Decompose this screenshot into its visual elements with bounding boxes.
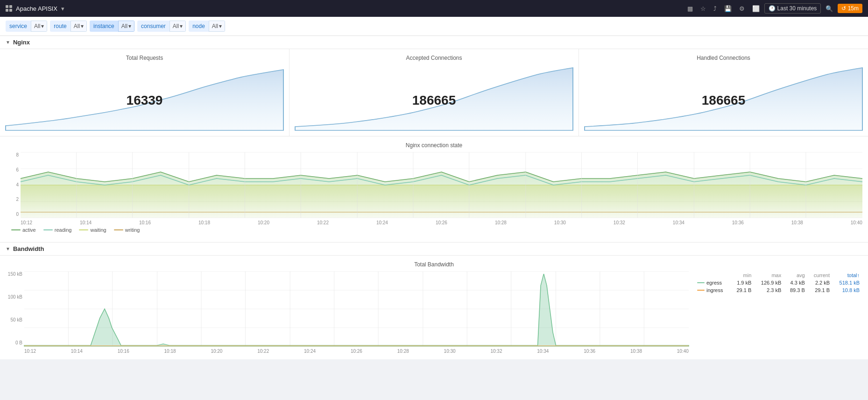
bandwidth-col-current: current — [808, 271, 833, 279]
legend-writing-dot — [114, 229, 123, 230]
filter-consumer[interactable]: consumer All ▾ — [137, 21, 186, 32]
filter-node-label: node — [189, 21, 209, 32]
legend-waiting-label: waiting — [90, 227, 106, 233]
filter-consumer-label: consumer — [137, 21, 169, 32]
filter-service[interactable]: service All ▾ — [6, 21, 47, 32]
legend-waiting: waiting — [79, 227, 106, 233]
nginx-connection-state-container: Nginx connection state 8 6 4 2 0 — [0, 136, 868, 243]
bandwidth-col-label — [694, 271, 731, 279]
app-dropdown-icon[interactable]: ▾ — [61, 5, 64, 12]
bandwidth-ingress-min: 29.1 B — [731, 286, 755, 294]
chevron-down-icon: ▾ — [180, 23, 183, 29]
legend-writing-label: writing — [125, 227, 140, 233]
clock-icon: 🕐 — [769, 5, 776, 12]
bandwidth-table: min max avg current total↑ — [694, 271, 862, 354]
legend-waiting-dot — [79, 229, 88, 230]
save-icon-btn[interactable]: 💾 — [721, 3, 734, 14]
legend-active-dot — [11, 229, 21, 230]
search-icon-btn[interactable]: 🔍 — [823, 3, 836, 14]
settings-icon-btn[interactable]: ⚙ — [736, 3, 748, 14]
total-requests-chart: 16339 — [6, 65, 283, 130]
bandwidth-chart-container: Total Bandwidth 150 kB 100 kB 50 kB 0 B — [0, 256, 868, 359]
filter-instance-value[interactable]: All ▾ — [118, 21, 134, 32]
bandwidth-x-axis: 10:12 10:14 10:16 10:18 10:20 10:22 10:2… — [24, 348, 689, 354]
filter-instance-label: instance — [90, 21, 118, 32]
bandwidth-col-min: min — [731, 271, 755, 279]
connection-state-x-axis: 10:12 10:14 10:16 10:18 10:20 10:22 10:2… — [21, 219, 862, 225]
nginx-section: ▼ Nginx Total Requests 16339 — [0, 36, 868, 243]
bandwidth-egress-max: 126.9 kB — [754, 279, 784, 286]
chevron-down-icon: ▾ — [219, 23, 222, 29]
bandwidth-egress-label: egress — [694, 279, 731, 286]
bandwidth-ingress-current: 29.1 B — [808, 286, 833, 294]
chevron-down-icon: ▾ — [81, 23, 84, 29]
star-icon-btn[interactable]: ☆ — [698, 3, 709, 14]
share-icon-btn[interactable]: ⤴ — [711, 3, 720, 14]
handled-connections-card: Handled Connections 186665 — [579, 49, 868, 136]
accepted-connections-card: Accepted Connections 186665 — [289, 49, 579, 136]
chevron-down-icon: ▾ — [128, 23, 131, 29]
nginx-connection-state-title: Nginx connection state — [6, 142, 862, 149]
legend-active: active — [11, 227, 36, 233]
time-range-label: Last 30 minutes — [777, 5, 817, 12]
bandwidth-egress-avg: 4.3 kB — [784, 279, 808, 286]
filter-service-value[interactable]: All ▾ — [31, 21, 47, 32]
connection-state-legend: active reading waiting writing — [6, 225, 862, 236]
filter-node[interactable]: node All ▾ — [189, 21, 225, 32]
total-requests-title: Total Requests — [6, 55, 283, 61]
bandwidth-content-row: 150 kB 100 kB 50 kB 0 B — [6, 271, 862, 354]
bandwidth-col-total: total↑ — [833, 271, 862, 279]
legend-writing: writing — [114, 227, 140, 233]
bandwidth-ingress-max: 2.3 kB — [754, 286, 784, 294]
legend-reading-dot — [43, 229, 53, 230]
bandwidth-section-title: Bandwidth — [13, 245, 44, 252]
filter-node-value[interactable]: All ▾ — [209, 21, 225, 32]
total-bandwidth-title: Total Bandwidth — [6, 261, 862, 268]
filter-route[interactable]: route All ▾ — [50, 21, 87, 32]
accepted-connections-value: 186665 — [412, 93, 456, 108]
refresh-icon: ↺ — [841, 5, 846, 12]
bandwidth-egress-row: egress 1.9 kB 126.9 kB 4.3 kB 2.2 kB 518… — [694, 279, 862, 286]
filter-route-label: route — [50, 21, 70, 32]
bandwidth-section: ▼ Bandwidth Total Bandwidth 150 kB 100 k… — [0, 243, 868, 359]
app-grid-icon — [6, 5, 12, 12]
top-bar: Apache APISIX ▾ ▩ ☆ ⤴ 💾 ⚙ ⬜ 🕐 Last 30 mi… — [0, 0, 868, 17]
handled-connections-value: 186665 — [702, 93, 745, 108]
total-requests-value: 16339 — [127, 93, 163, 108]
bar-chart-icon-btn[interactable]: ▩ — [685, 3, 696, 14]
total-requests-card: Total Requests 16339 — [0, 49, 289, 136]
filter-route-value[interactable]: All ▾ — [71, 21, 87, 32]
monitor-icon-btn[interactable]: ⬜ — [749, 3, 762, 14]
nginx-collapse-icon: ▼ — [6, 40, 10, 45]
bandwidth-ingress-avg: 89.3 B — [784, 286, 808, 294]
legend-reading: reading — [43, 227, 72, 233]
bandwidth-chart-svg — [24, 271, 689, 346]
bandwidth-egress-current: 2.2 kB — [808, 279, 833, 286]
filter-bar: service All ▾ route All ▾ instance All ▾… — [0, 17, 868, 36]
refresh-label: 15m — [848, 5, 859, 12]
bandwidth-col-avg: avg — [784, 271, 808, 279]
time-range-button[interactable]: 🕐 Last 30 minutes — [764, 3, 821, 14]
filter-service-label: service — [6, 21, 31, 32]
handled-connections-title: Handled Connections — [585, 55, 862, 61]
nginx-charts-row: Total Requests 16339 Accepted Connection… — [0, 49, 868, 136]
egress-line-icon — [697, 282, 705, 283]
filter-consumer-value[interactable]: All ▾ — [169, 21, 186, 32]
chevron-down-icon: ▾ — [41, 23, 44, 29]
bandwidth-section-header[interactable]: ▼ Bandwidth — [0, 243, 868, 256]
top-bar-actions: ▩ ☆ ⤴ 💾 ⚙ ⬜ 🕐 Last 30 minutes 🔍 ↺ 15m — [685, 3, 862, 14]
bandwidth-collapse-icon: ▼ — [6, 246, 10, 251]
bandwidth-ingress-label: ingress — [694, 286, 731, 294]
nginx-section-title: Nginx — [13, 39, 30, 46]
refresh-button[interactable]: ↺ 15m — [838, 4, 862, 13]
bandwidth-col-max: max — [754, 271, 784, 279]
accepted-connections-chart: 186665 — [295, 65, 573, 130]
filter-instance[interactable]: instance All ▾ — [90, 21, 134, 32]
connection-state-chart — [21, 152, 862, 218]
legend-reading-label: reading — [55, 227, 72, 233]
nginx-section-header[interactable]: ▼ Nginx — [0, 36, 868, 49]
handled-connections-chart: 186665 — [585, 65, 862, 130]
legend-active-label: active — [22, 227, 36, 233]
bandwidth-egress-total: 518.1 kB — [833, 279, 862, 286]
bandwidth-ingress-row: ingress 29.1 B 2.3 kB 89.3 B 29.1 B 10.8… — [694, 286, 862, 294]
